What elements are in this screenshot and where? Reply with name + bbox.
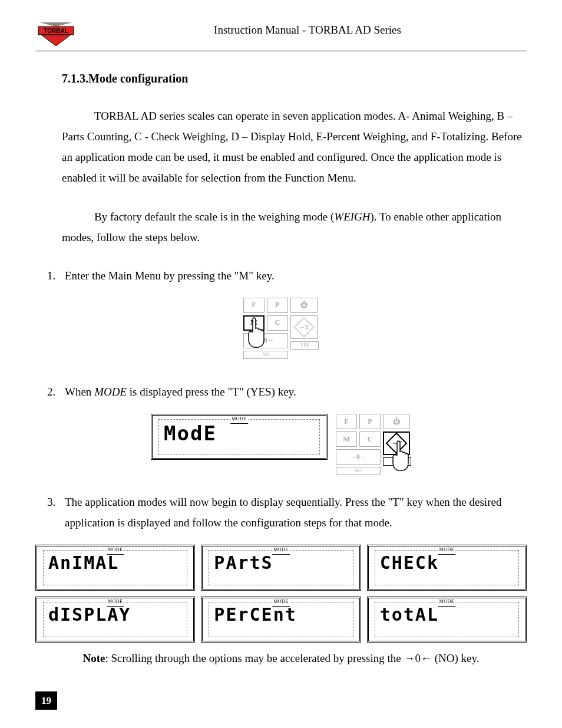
lcd-check: MODE CHECk xyxy=(367,545,527,591)
lcd-mode-tag: MODE xyxy=(438,598,456,607)
p2-part-a: By factory default the scale is in the w… xyxy=(94,210,334,223)
key-zero: →0← xyxy=(336,449,381,465)
s2-italic: MODE xyxy=(94,386,127,398)
key-yes-label: YES xyxy=(290,341,319,350)
lcd-animal: MODE AnIMAL xyxy=(35,545,195,591)
note-b: (NO) key. xyxy=(432,652,480,664)
page-footer: 19 xyxy=(35,691,527,710)
key-f: F xyxy=(243,298,265,313)
s2-b: is displayed press the "T" (YES) key. xyxy=(127,386,296,398)
keypad-figure-1: F P M C →0← NO ⏻ ↔T YES xyxy=(35,298,527,358)
step-2: 2. When MODE is displayed press the "T" … xyxy=(47,381,527,402)
section-title: Mode configuration xyxy=(88,72,188,85)
lcd-and-keypad-figure: MODE ModE F P M C →0← NO ⏻ ↔T xyxy=(35,414,527,474)
intro-paragraph-1: TORBAL AD series scales can operate in s… xyxy=(62,106,527,189)
section-number: 7.1.3. xyxy=(62,72,88,85)
torbal-logo: TORBAL xyxy=(35,18,77,47)
lcd-text: dISPLAY xyxy=(48,606,182,624)
lcd-parts: MODE PArtS xyxy=(201,545,361,591)
step-1: 1. Enter the Main Menu by pressing the "… xyxy=(47,265,527,286)
key-p: P xyxy=(359,414,381,429)
key-m-highlighted: M xyxy=(243,315,265,331)
section-heading: 7.1.3.Mode configuration xyxy=(62,69,527,88)
key-power: ⏻ xyxy=(383,414,410,429)
key-power: ⏻ xyxy=(290,298,318,313)
p2-italic: WEIGH xyxy=(334,210,370,223)
intro-paragraph-2: By factory default the scale is in the w… xyxy=(62,206,527,248)
modes-lcd-grid: MODE AnIMAL MODE PArtS MODE CHECk MODE d… xyxy=(35,545,527,643)
note-line: Note: Scrolling through the options may … xyxy=(35,650,527,667)
page-number: 19 xyxy=(35,691,57,710)
header-title: Instruction Manual - TORBAL AD Series xyxy=(88,18,527,39)
key-p: P xyxy=(267,298,288,313)
lcd-text-mode: ModE xyxy=(164,423,315,443)
lcd-text: CHECk xyxy=(380,554,514,572)
lcd-mode-tag: MODE xyxy=(438,546,456,555)
step-1-number: 1. xyxy=(47,265,65,286)
note-key: →0← xyxy=(404,652,432,664)
lcd-mode-tag: MODE xyxy=(107,546,124,555)
lcd-text: PArtS xyxy=(214,554,348,572)
lcd-mode-tag: MODE xyxy=(230,416,248,424)
step-2-text: When MODE is displayed press the "T" (YE… xyxy=(65,381,527,402)
lcd-mode-tag: MODE xyxy=(107,598,124,607)
step-3-text: The application modes will now begin to … xyxy=(65,492,527,533)
key-yes-label-highlighted: YES xyxy=(383,457,411,466)
svg-marker-3 xyxy=(41,35,71,46)
step-2-number: 2. xyxy=(47,381,65,402)
step-3-number: 3. xyxy=(47,492,65,533)
key-f: F xyxy=(336,414,357,429)
svg-marker-0 xyxy=(39,22,72,27)
lcd-total: MODE totAL xyxy=(367,597,527,643)
key-t: ↔T xyxy=(290,315,318,339)
key-c: C xyxy=(359,431,381,447)
lcd-percent: MODE PErCEnt xyxy=(201,597,361,643)
svg-text:TORBAL: TORBAL xyxy=(44,28,68,34)
step-1-text: Enter the Main Menu by pressing the "M" … xyxy=(65,265,527,286)
key-t-highlighted: ↔T xyxy=(383,431,410,455)
lcd-text: AnIMAL xyxy=(48,554,182,572)
lcd-display: MODE dISPLAY xyxy=(35,597,195,643)
step-3: 3. The application modes will now begin … xyxy=(47,492,527,533)
key-no-label: NO xyxy=(336,467,381,475)
key-m: M xyxy=(336,431,357,447)
key-no-label: NO xyxy=(243,351,288,359)
page-header: TORBAL Instruction Manual - TORBAL AD Se… xyxy=(35,18,527,51)
s2-a: When xyxy=(65,386,94,398)
lcd-mode-tag: MODE xyxy=(272,546,290,555)
lcd-mode-tag: MODE xyxy=(272,598,290,607)
key-c: C xyxy=(267,315,288,331)
note-a: : Scrolling through the options may be a… xyxy=(105,652,404,664)
lcd-text: PErCEnt xyxy=(214,606,348,624)
key-zero: →0← xyxy=(243,333,288,348)
lcd-display-mode: MODE ModE xyxy=(151,414,328,460)
lcd-text: totAL xyxy=(380,606,514,624)
note-label: Note xyxy=(82,652,105,664)
